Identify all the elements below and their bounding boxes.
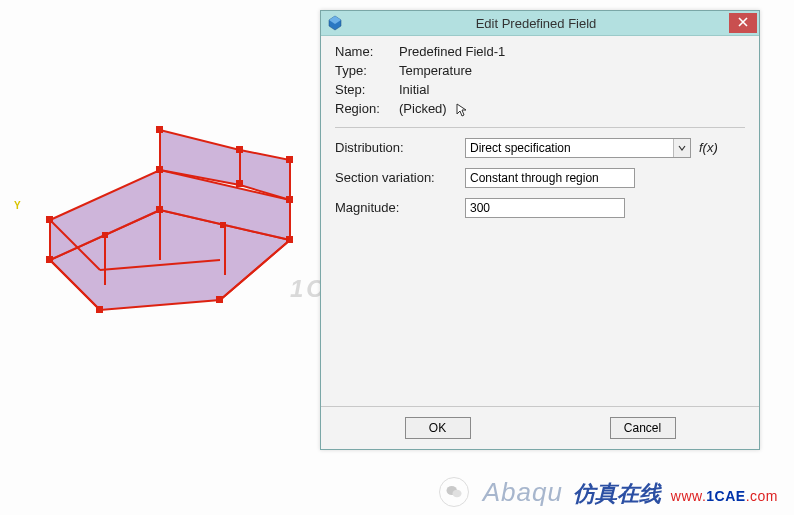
svg-rect-17 <box>286 236 293 243</box>
fx-button[interactable]: f(x) <box>699 140 718 155</box>
distribution-select[interactable] <box>465 138 691 158</box>
svg-rect-15 <box>156 206 163 213</box>
svg-rect-23 <box>236 180 243 187</box>
dialog-button-bar: OK Cancel <box>321 406 759 449</box>
type-label: Type: <box>335 63 393 78</box>
region-value: (Picked) <box>399 101 745 117</box>
magnitude-input[interactable] <box>465 198 625 218</box>
region-value-text: (Picked) <box>399 101 447 116</box>
edit-predefined-field-dialog: Edit Predefined Field Name: Predefined F… <box>320 10 760 450</box>
footer-text-grey: Abaqu <box>483 477 563 508</box>
close-icon <box>738 16 748 30</box>
model-viewport: Y <box>10 90 320 350</box>
separator <box>335 127 745 128</box>
type-value: Temperature <box>399 63 745 78</box>
svg-rect-18 <box>216 296 223 303</box>
close-button[interactable] <box>729 13 757 33</box>
svg-rect-22 <box>286 156 293 163</box>
info-section: Name: Predefined Field-1 Type: Temperatu… <box>335 44 745 117</box>
titlebar[interactable]: Edit Predefined Field <box>321 11 759 36</box>
step-label: Step: <box>335 82 393 97</box>
section-variation-label: Section variation: <box>335 170 465 185</box>
svg-rect-19 <box>96 306 103 313</box>
footer-text-cn: 仿真在线 <box>573 479 661 509</box>
section-variation-field[interactable] <box>465 168 635 188</box>
svg-rect-13 <box>46 216 53 223</box>
footer-url-brand: 1CAE <box>706 488 745 504</box>
svg-rect-14 <box>156 166 163 173</box>
distribution-label: Distribution: <box>335 140 465 155</box>
step-value: Initial <box>399 82 745 97</box>
svg-rect-25 <box>220 222 226 228</box>
region-label: Region: <box>335 101 393 117</box>
axis-y-label: Y <box>14 200 21 211</box>
cancel-button[interactable]: Cancel <box>610 417 676 439</box>
app-icon <box>327 15 343 31</box>
ok-button[interactable]: OK <box>405 417 471 439</box>
svg-point-29 <box>452 490 461 498</box>
magnitude-label: Magnitude: <box>335 200 465 215</box>
footer-watermark: Abaqu 仿真在线 www.1CAE.com <box>439 477 778 509</box>
pick-cursor-icon <box>456 103 468 117</box>
svg-rect-20 <box>156 126 163 133</box>
svg-rect-16 <box>286 196 293 203</box>
footer-url-prefix: www. <box>671 488 706 504</box>
name-value: Predefined Field-1 <box>399 44 745 59</box>
footer-url-suffix: .com <box>746 488 778 504</box>
svg-rect-24 <box>102 232 108 238</box>
svg-rect-21 <box>236 146 243 153</box>
svg-rect-12 <box>46 256 53 263</box>
footer-url: www.1CAE.com <box>671 488 778 504</box>
name-label: Name: <box>335 44 393 59</box>
dialog-title: Edit Predefined Field <box>343 16 729 31</box>
wechat-icon <box>439 477 469 507</box>
